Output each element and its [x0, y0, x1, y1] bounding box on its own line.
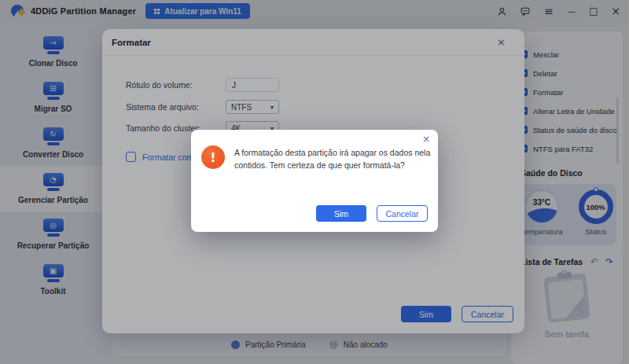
- confirm-cancel-button[interactable]: Cancelar: [377, 205, 428, 222]
- confirm-yes-button[interactable]: Sim: [316, 205, 366, 222]
- confirm-format-dialog: × ! A formatação desta partição irá apag…: [191, 130, 438, 232]
- app-root: 4DDiG Partition Manager Atualizar para W…: [0, 0, 629, 364]
- confirm-message: A formatação desta partição irá apagar o…: [234, 146, 432, 172]
- warning-icon: !: [201, 145, 225, 169]
- dialog-close-icon[interactable]: ×: [422, 134, 430, 145]
